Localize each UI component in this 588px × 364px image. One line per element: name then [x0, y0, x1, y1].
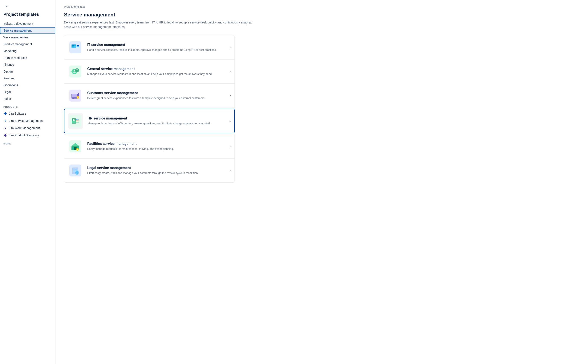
sidebar-product-jira-work-management[interactable]: Jira Work Management [0, 124, 55, 132]
svg-point-12 [77, 69, 78, 70]
sidebar-product-jira-product-discovery[interactable]: Jira Product Discovery [0, 132, 55, 139]
card-desc-facilities-service-management: Easily manage requests for maintenance, … [87, 147, 224, 151]
page-title: Service management [64, 12, 580, 18]
svg-rect-5 [74, 46, 76, 47]
svg-rect-25 [76, 119, 79, 120]
card-body-legal-service-management: Legal service management Effortlessly cr… [87, 166, 224, 175]
card-icon-facilities-service-management [68, 139, 83, 154]
svg-rect-17 [72, 98, 74, 98]
page-description: Deliver great service experiences fast. … [64, 20, 256, 29]
card-icon-general-service-management [68, 64, 83, 79]
svg-rect-7 [77, 46, 79, 47]
card-desc-customer-service-management: Deliver great service experiences fast w… [87, 96, 224, 100]
card-icon-hr-service-management [68, 113, 83, 129]
card-it-service-management[interactable]: IT service management Handle service req… [64, 35, 235, 59]
svg-point-41 [77, 173, 78, 174]
card-title-legal-service-management: Legal service management [87, 166, 224, 170]
card-body-it-service-management: IT service management Handle service req… [87, 43, 224, 52]
svg-rect-37 [73, 169, 77, 169]
svg-rect-15 [72, 94, 77, 97]
card-body-customer-service-management: Customer service management Deliver grea… [87, 91, 224, 100]
main-content: Project templates Service management Del… [55, 0, 588, 364]
card-arrow-it-service-management: › [230, 46, 231, 49]
sidebar-item-finance[interactable]: Finance [0, 61, 55, 68]
svg-rect-3 [74, 45, 76, 46]
svg-rect-31 [74, 147, 77, 150]
products-section-label: PRODUCTS [0, 102, 55, 110]
card-title-facilities-service-management: Facilities service management [87, 142, 224, 146]
sidebar-item-human-resources[interactable]: Human resources [0, 54, 55, 61]
sidebar-item-operations[interactable]: Operations [0, 82, 55, 89]
svg-rect-2 [72, 45, 74, 46]
sidebar-product-jira-software[interactable]: Jira Software [0, 110, 55, 117]
svg-rect-26 [76, 120, 79, 121]
svg-rect-4 [72, 46, 74, 47]
card-facilities-service-management[interactable]: Facilities service management Easily man… [64, 134, 235, 159]
sidebar-item-legal[interactable]: Legal [0, 89, 55, 95]
svg-rect-22 [72, 121, 76, 123]
card-list: IT service management Handle service req… [64, 35, 235, 183]
diamond2-icon [3, 133, 7, 137]
card-desc-general-service-management: Manage all your service requests in one … [87, 72, 224, 76]
sidebar-product-jira-service-management[interactable]: Jira Service Management [0, 117, 55, 124]
card-arrow-legal-service-management: › [230, 169, 231, 172]
sidebar-item-marketing[interactable]: Marketing [0, 48, 55, 54]
card-desc-it-service-management: Handle service requests, resolve inciden… [87, 48, 224, 52]
sidebar: × Project templates Software development… [0, 0, 55, 364]
card-icon-customer-service-management [68, 88, 83, 103]
card-desc-hr-service-management: Manage onboarding and offboarding, answe… [87, 122, 224, 125]
sidebar-item-work-management[interactable]: Work management [0, 34, 55, 41]
more-section-label: MORE [0, 139, 55, 147]
svg-rect-38 [73, 170, 78, 170]
sidebar-nav: Software developmentService managementWo… [0, 20, 55, 102]
sidebar-item-software-development[interactable]: Software development [0, 20, 55, 27]
card-icon-legal-service-management [68, 163, 83, 178]
card-title-general-service-management: General service management [87, 67, 224, 71]
card-title-hr-service-management: HR service management [87, 117, 224, 120]
sidebar-item-service-management[interactable]: Service management [0, 27, 55, 34]
sidebar-item-sales[interactable]: Sales [0, 95, 55, 102]
card-general-service-management[interactable]: General service management Manage all yo… [64, 59, 235, 84]
card-body-facilities-service-management: Facilities service management Easily man… [87, 142, 224, 151]
lightning-icon [3, 119, 7, 123]
card-icon-it-service-management [68, 40, 83, 55]
svg-point-11 [75, 68, 79, 72]
card-arrow-general-service-management: › [230, 70, 231, 73]
card-arrow-hr-service-management: › [230, 119, 231, 123]
sidebar-title: Project templates [0, 12, 55, 20]
card-customer-service-management[interactable]: Customer service management Deliver grea… [64, 84, 235, 108]
card-arrow-facilities-service-management: › [230, 144, 231, 148]
card-hr-service-management[interactable]: HR service management Manage onboarding … [64, 109, 235, 133]
card-body-general-service-management: General service management Manage all yo… [87, 67, 224, 76]
card-arrow-customer-service-management: › [230, 94, 231, 98]
sidebar-item-design[interactable]: Design [0, 68, 55, 75]
diamond-icon [3, 112, 7, 115]
svg-rect-39 [73, 171, 76, 171]
sidebar-products: Jira SoftwareJira Service ManagementJira… [0, 110, 55, 139]
sidebar-item-product-management[interactable]: Product management [0, 41, 55, 48]
svg-point-21 [73, 119, 75, 121]
card-body-hr-service-management: HR service management Manage onboarding … [87, 117, 224, 125]
card-legal-service-management[interactable]: Legal service management Effortlessly cr… [64, 159, 235, 183]
svg-rect-32 [72, 147, 74, 149]
svg-rect-27 [76, 122, 79, 123]
card-title-it-service-management: IT service management [87, 43, 224, 47]
breadcrumb: Project templates [64, 5, 580, 8]
close-button[interactable]: × [3, 3, 9, 9]
lightning2-icon [3, 126, 7, 130]
sidebar-item-personal[interactable]: Personal [0, 75, 55, 82]
card-title-customer-service-management: Customer service management [87, 91, 224, 95]
card-desc-legal-service-management: Effortlessly create, track and manage yo… [87, 171, 224, 175]
